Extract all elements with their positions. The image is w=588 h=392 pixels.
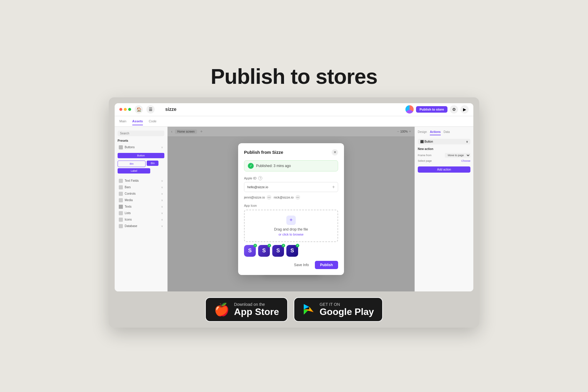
google-play-icon: [303, 303, 315, 316]
sidebar-item-texts[interactable]: Texts ∨: [118, 203, 164, 210]
icon-preview-2: S +: [258, 245, 270, 257]
help-icon[interactable]: ?: [258, 176, 262, 180]
element-icon: ⬛: [420, 140, 424, 143]
published-badge: ✓ Published: 3 mins ago: [244, 160, 338, 171]
main-layout: Presets Buttons ∨ Button Btn Btn Label: [115, 127, 473, 291]
icon-badge-3: +: [282, 244, 285, 247]
publish-modal: Publish from Sizze ✕ ✓ Published: 3 mins…: [238, 143, 344, 275]
drag-drop-text: Drag and drop the file: [274, 227, 308, 231]
right-sidebar: Design Actions Data ⬛ Button ∨ New actio…: [415, 127, 473, 291]
home-icon[interactable]: 🏠: [135, 105, 143, 114]
app-icon-section: App Icon + Drag and drop the file or cli…: [244, 204, 338, 257]
publish-button[interactable]: Publish: [315, 261, 338, 269]
choose-page-button[interactable]: Choose: [461, 159, 470, 162]
new-action-title: New action: [418, 147, 470, 151]
app-store-button[interactable]: 🍎 Download on the App Store: [205, 297, 288, 322]
apple-icon: 🍎: [214, 303, 229, 316]
sidebar-item-bars[interactable]: Bars ∨: [118, 184, 164, 191]
select-page-row: Select page Choose: [418, 159, 470, 162]
svg-marker-0: [304, 304, 309, 309]
email-tags: jenni@sizze.io — nick@sizze.io —: [244, 195, 338, 200]
frame-from-row: Frame from Move to page: [418, 153, 470, 158]
sidebar-item-controls[interactable]: Controls ∨: [118, 191, 164, 197]
center-canvas: ‹ Home screen ＋ − 100% +: [168, 127, 415, 291]
settings-icon[interactable]: ⚙: [450, 105, 458, 114]
published-text: Published: 3 mins ago: [256, 164, 291, 168]
modal-overlay: Publish from Sizze ✕ ✓ Published: 3 mins…: [168, 127, 415, 291]
figma-icon: [405, 105, 414, 114]
modal-title: Publish from Sizze: [244, 150, 283, 155]
icon-preview-1: S +: [244, 245, 256, 257]
media-icon: [119, 198, 123, 202]
sidebar-item-lists[interactable]: Lists ∨: [118, 210, 164, 216]
apple-id-input[interactable]: [244, 183, 329, 191]
store-buttons: 🍎 Download on the App Store: [115, 297, 473, 322]
screenshot-container: 🏠 ☰ sizze Publish to store ⚙ ▶ Main Asse…: [109, 97, 479, 328]
play-icon[interactable]: ▶: [460, 105, 469, 114]
buttons-icon: [119, 145, 123, 149]
sidebar-item-media[interactable]: Media ∨: [118, 197, 164, 203]
apple-id-field: +: [244, 182, 338, 192]
apple-id-add-button[interactable]: +: [329, 182, 338, 192]
texts-icon: [119, 205, 123, 209]
top-bar: 🏠 ☰ sizze Publish to store ⚙ ▶: [115, 103, 473, 116]
preset-btn-2: Btn: [147, 161, 158, 166]
frame-from-select[interactable]: Move to page: [445, 153, 470, 158]
preset-btn-1: Button: [118, 153, 164, 158]
app-icon-label: App Icon: [244, 204, 338, 207]
lists-icon: [119, 211, 123, 215]
controls-icon: [119, 192, 123, 196]
element-type-badge: ⬛ Button ∨: [418, 139, 470, 144]
email-tag-1: jenni@sizze.io —: [244, 195, 271, 200]
modal-header: Publish from Sizze ✕: [244, 149, 338, 156]
tab-data[interactable]: Data: [444, 130, 450, 135]
menu-icon[interactable]: ☰: [146, 105, 155, 114]
icons-icon: [119, 218, 123, 222]
icon-badge-1: +: [253, 244, 257, 247]
sidebar-item-database[interactable]: Database ∨: [118, 223, 164, 229]
check-icon: ✓: [248, 163, 254, 169]
left-sidebar: Presets Buttons ∨ Button Btn Btn Label: [115, 127, 168, 291]
email-remove-2[interactable]: —: [295, 195, 300, 200]
dropzone[interactable]: + Drag and drop the file or click to bro…: [244, 210, 338, 242]
search-input[interactable]: [118, 131, 164, 136]
app-logo: sizze: [165, 107, 176, 112]
icon-preview-3: S +: [272, 245, 284, 257]
preset-btn-outline: Btn: [118, 161, 146, 167]
sidebar-item-buttons[interactable]: Buttons ∨: [118, 144, 164, 151]
bars-icon: [119, 185, 123, 189]
tab-code[interactable]: Code: [149, 117, 156, 125]
page-title: Publish to stores: [211, 64, 377, 89]
click-browse-link[interactable]: or click to browse: [279, 233, 304, 236]
sidebar-item-icons[interactable]: Icons ∨: [118, 216, 164, 223]
google-play-button[interactable]: GET IT ON Google Play: [294, 297, 383, 322]
database-icon: [119, 224, 123, 228]
element-dropdown-arrow: ∨: [466, 140, 468, 143]
topbar-actions: Publish to store ⚙ ▶: [405, 105, 469, 114]
modal-footer: Save Info Publish: [244, 261, 338, 269]
app-store-text: Download on the App Store: [234, 302, 279, 317]
icon-badge-2: +: [268, 244, 271, 247]
right-tabs: Design Actions Data: [418, 130, 470, 135]
preset-buttons-preview: Button Btn Btn Label: [118, 152, 164, 175]
save-info-button[interactable]: Save Info: [290, 261, 313, 269]
publish-to-store-button[interactable]: Publish to store: [416, 106, 447, 113]
tab-actions[interactable]: Actions: [430, 130, 441, 135]
modal-close-button[interactable]: ✕: [332, 149, 338, 156]
apple-id-label: Apple ID ?: [244, 176, 338, 180]
add-action-button[interactable]: Add action: [418, 166, 470, 173]
tab-main[interactable]: Main: [119, 117, 126, 125]
tabs-bar: Main Assets Code: [115, 116, 473, 127]
upload-icon: +: [286, 216, 296, 225]
icon-previews: S + S + S +: [244, 245, 338, 257]
presets-label: Presets: [118, 139, 164, 142]
email-tag-2: nick@sizze.io —: [274, 195, 300, 200]
email-remove-1[interactable]: —: [267, 195, 271, 200]
text-fields-icon: [119, 179, 123, 183]
tab-design[interactable]: Design: [418, 130, 427, 135]
icon-preview-4: S +: [286, 245, 298, 257]
app-window: 🏠 ☰ sizze Publish to store ⚙ ▶ Main Asse…: [115, 103, 473, 291]
page-wrapper: Publish to stores 🏠 ☰ sizze: [88, 64, 500, 328]
tab-assets[interactable]: Assets: [132, 117, 143, 125]
sidebar-item-text-fields[interactable]: Text Fields ∨: [118, 178, 164, 184]
